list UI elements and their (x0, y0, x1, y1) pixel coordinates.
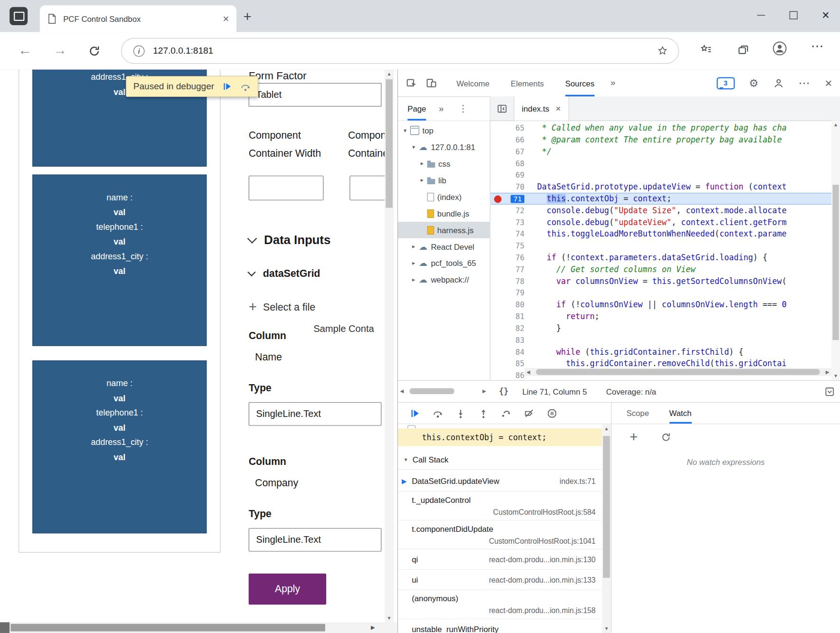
devtools-tab-sources[interactable]: Sources (565, 70, 595, 96)
scrollbar-thumb[interactable] (536, 369, 820, 375)
tab-actions-icon[interactable] (9, 7, 28, 25)
favorites-bar-icon[interactable] (700, 44, 712, 56)
gutter-line-73[interactable]: 73 (491, 217, 532, 228)
tree-item-lib[interactable]: ▸lib (398, 172, 490, 189)
paused-location-line[interactable]: this.contextObj = context; (398, 428, 602, 446)
devtools-close-icon[interactable]: × (825, 78, 832, 89)
tab-page[interactable]: Page (407, 96, 426, 121)
settings-gear-icon[interactable]: ⚙ (749, 76, 758, 89)
panel-toggle-icon[interactable] (825, 387, 835, 397)
select-file-button[interactable]: +Select a file (249, 299, 315, 315)
column-type-input[interactable]: SingleLine.Text (249, 402, 382, 426)
refresh-button[interactable] (88, 45, 101, 57)
collapse-sidebar-icon[interactable] (497, 103, 507, 114)
navigator-horizontal-scrollbar[interactable]: ◀ ▶ (398, 381, 491, 402)
scrollbar-thumb[interactable] (603, 436, 610, 578)
editor-tab-index-ts[interactable]: index.ts × (514, 96, 569, 121)
call-stack-frame[interactable]: qireact-dom.produ...ion.min.js:130 (398, 549, 602, 570)
call-stack-frame[interactable]: uireact-dom.produ...ion.min.js:133 (398, 570, 602, 590)
gutter-line-80[interactable]: 80 (491, 299, 532, 311)
device-toolbar-icon[interactable] (425, 77, 437, 89)
gutter-line-67[interactable]: 67 (491, 146, 532, 158)
call-stack-frame[interactable]: unstable_runWithPriority (398, 619, 602, 633)
tree-item-127-0-0-1-81[interactable]: ▾127.0.0.1:81 (398, 139, 490, 155)
scrollbar-thumb[interactable] (10, 624, 325, 632)
gutter-line-65[interactable]: 65 (491, 122, 532, 134)
form-factor-select[interactable]: Tablet (249, 83, 382, 107)
step-into-icon[interactable] (455, 408, 466, 419)
navigator-menu-icon[interactable]: ⋮ (459, 103, 468, 114)
console-messages-badge[interactable]: 3 (717, 77, 735, 89)
tree-item--index-[interactable]: (index) (398, 189, 490, 205)
tab-close-icon[interactable]: × (223, 13, 229, 24)
gutter-line-81[interactable]: 81 (491, 311, 532, 322)
refresh-watch-icon[interactable] (661, 432, 671, 442)
forward-button[interactable]: → (53, 42, 67, 58)
breakpoint-icon[interactable] (494, 196, 502, 203)
container-height-input[interactable] (349, 176, 387, 200)
add-favorite-icon[interactable] (657, 46, 668, 57)
browser-menu-icon[interactable]: ⋯ (811, 38, 824, 54)
gutter-line-76[interactable]: 76 (491, 252, 532, 264)
call-stack-frame[interactable]: (anonymous)react-dom.produ...ion.min.js:… (398, 590, 602, 619)
gutter-line-75[interactable]: 75 (491, 240, 532, 252)
scrollbar-thumb[interactable] (832, 185, 839, 340)
collections-icon[interactable] (737, 44, 749, 56)
resume-script-icon[interactable] (222, 81, 232, 91)
container-width-input[interactable] (249, 176, 324, 200)
tree-item-react-devel[interactable]: ▸React Devel (398, 238, 490, 255)
gutter-line-68[interactable]: 68 (491, 158, 532, 170)
step-icon[interactable] (501, 408, 511, 419)
gutter-line-77[interactable]: 77 (491, 264, 532, 275)
tree-item-webpack-[interactable]: ▸webpack:// (398, 272, 490, 288)
tree-item-harness-js[interactable]: harness.js (398, 222, 490, 238)
gutter-line-82[interactable]: 82 (491, 322, 532, 334)
new-tab-button[interactable]: + (243, 9, 251, 25)
call-stack-frame[interactable]: t._updateControlCustomControlHostRoot.js… (398, 491, 602, 520)
page-vertical-scrollbar[interactable]: ▲ ▼ (385, 70, 394, 623)
tree-item-pcf-tools-65[interactable]: ▸pcf_tools_65 (398, 255, 490, 272)
page-horizontal-scrollbar[interactable]: ▶ (0, 622, 397, 633)
apply-button[interactable]: Apply (249, 574, 326, 605)
inspect-element-icon[interactable] (406, 77, 418, 89)
resume-script-icon[interactable] (410, 408, 420, 419)
devtools-menu-icon[interactable]: ⋯ (798, 76, 811, 90)
gutter-line-84[interactable]: 84 (491, 346, 532, 358)
tree-item-bundle-js[interactable]: bundle.js (398, 205, 490, 222)
gutter-line-70[interactable]: 70 (491, 181, 532, 193)
back-button[interactable]: ← (18, 42, 32, 58)
add-watch-icon[interactable]: + (630, 429, 638, 445)
address-bar[interactable]: i 127.0.0.1:8181 (121, 38, 679, 64)
scroll-right-icon[interactable]: ▶ (371, 624, 375, 630)
browser-tab[interactable]: PCF Control Sandbox × (40, 5, 236, 32)
site-info-icon[interactable]: i (133, 45, 144, 57)
devtools-tab-elements[interactable]: Elements (511, 70, 544, 96)
pause-on-exceptions-icon[interactable] (547, 408, 557, 419)
tree-item-css[interactable]: ▸css (398, 155, 490, 172)
deactivate-breakpoints-icon[interactable] (524, 408, 534, 419)
gutter-line-72[interactable]: 72 (491, 205, 532, 217)
editor-vertical-scrollbar[interactable]: ▲ ▼ (831, 121, 840, 380)
debugger-vertical-scrollbar[interactable]: ▲ ▼ (602, 424, 611, 633)
editor-horizontal-scrollbar[interactable]: ◀ ▶ (524, 368, 831, 376)
dataset-grid-section[interactable]: dataSetGrid (249, 268, 321, 280)
window-minimize-button[interactable] (757, 15, 765, 15)
gutter-line-79[interactable]: 79 (491, 287, 532, 299)
step-over-icon[interactable] (433, 408, 443, 419)
profile-avatar[interactable] (773, 41, 787, 56)
window-maximize-button[interactable] (790, 11, 798, 19)
gutter-line-83[interactable]: 83 (491, 334, 532, 346)
call-stack-header[interactable]: ▾Call Stack (398, 450, 602, 470)
step-over-icon[interactable] (240, 81, 251, 92)
call-stack-frame[interactable]: t.componentDidUpdateCustomControlHostRoo… (398, 520, 602, 549)
column-type-input[interactable]: SingleLine.Text (249, 528, 382, 552)
data-inputs-section[interactable]: Data Inputs (249, 233, 331, 247)
call-stack-frame[interactable]: ▶DataSetGrid.updateViewindex.ts:71 (398, 471, 602, 491)
more-panels-icon[interactable]: » (610, 78, 615, 89)
tree-item-top[interactable]: ▾top (398, 122, 490, 139)
scrollbar-thumb[interactable] (386, 79, 393, 208)
editor-tab-close-icon[interactable]: × (556, 103, 561, 114)
window-close-button[interactable]: × (822, 9, 830, 20)
sidebar-tab-scope[interactable]: Scope (626, 403, 649, 424)
gutter-line-69[interactable]: 69 (491, 169, 532, 181)
